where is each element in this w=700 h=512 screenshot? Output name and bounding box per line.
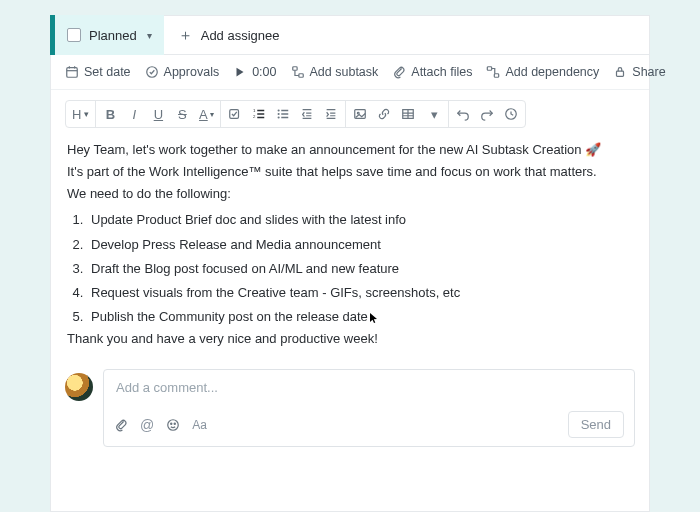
bold-button[interactable]: B [102, 105, 118, 123]
rich-text-toolbar: H▾ B I U S A▾ 12 [65, 100, 526, 128]
svg-rect-7 [298, 74, 302, 78]
share-label: Share [632, 65, 665, 79]
table-button[interactable] [400, 105, 416, 123]
comment-row: Add a comment... @ Aa Send [51, 361, 649, 463]
share-button[interactable]: Share [613, 65, 665, 79]
list-item: Develop Press Release and Media announce… [87, 233, 633, 257]
svg-rect-11 [230, 110, 239, 119]
svg-rect-9 [495, 74, 499, 78]
undo-button[interactable] [455, 105, 471, 123]
list-item: Request visuals from the Creative team -… [87, 281, 633, 305]
add-subtask-label: Add subtask [310, 65, 379, 79]
list-item: Publish the Community post on the releas… [87, 305, 633, 329]
desc-line-2: It's part of the Work Intelligence™ suit… [67, 162, 633, 182]
ordered-list-button[interactable]: 12 [251, 105, 267, 123]
text-color-button[interactable]: A▾ [198, 105, 214, 123]
svg-point-38 [168, 420, 179, 431]
add-dependency-label: Add dependency [505, 65, 599, 79]
task-list: Update Product Brief doc and slides with… [67, 208, 633, 329]
task-description[interactable]: Hey Team, let's work together to make an… [51, 134, 649, 361]
link-button[interactable] [376, 105, 392, 123]
svg-rect-6 [292, 67, 296, 71]
send-button[interactable]: Send [568, 411, 624, 438]
svg-rect-8 [488, 67, 492, 71]
list-item: Draft the Blog post focused on AI/ML and… [87, 257, 633, 281]
strikethrough-button[interactable]: S [174, 105, 190, 123]
check-circle-icon [145, 65, 159, 79]
attach-files-button[interactable]: Attach files [392, 65, 472, 79]
list-intro: We need to do the following: [67, 184, 633, 204]
add-dependency-button[interactable]: Add dependency [486, 65, 599, 79]
timer-button[interactable]: 0:00 [233, 65, 276, 79]
header-row: Planned ▾ ＋ Add assignee [50, 15, 650, 55]
indent-button[interactable] [323, 105, 339, 123]
svg-text:2: 2 [253, 114, 256, 119]
format-icon[interactable]: Aa [192, 418, 207, 432]
cursor-icon [369, 310, 379, 330]
heading-dropdown[interactable]: H▾ [72, 105, 89, 123]
avatar[interactable] [65, 373, 93, 401]
redo-button[interactable] [479, 105, 495, 123]
svg-rect-0 [67, 68, 78, 78]
svg-marker-5 [237, 68, 244, 77]
underline-button[interactable]: U [150, 105, 166, 123]
status-label: Planned [89, 28, 137, 43]
set-date-label: Set date [84, 65, 131, 79]
add-subtask-button[interactable]: Add subtask [291, 65, 379, 79]
insert-more-dropdown[interactable]: ▾ [426, 105, 442, 123]
comment-box: Add a comment... @ Aa Send [103, 369, 635, 447]
approvals-label: Approvals [164, 65, 220, 79]
main-panel: Set date Approvals 0:00 Add subtask [50, 55, 650, 512]
paperclip-icon [392, 65, 406, 79]
history-button[interactable] [503, 105, 519, 123]
toolbar-wrap: H▾ B I U S A▾ 12 [51, 90, 649, 134]
add-assignee-label: Add assignee [201, 28, 280, 43]
chevron-down-icon: ▾ [147, 30, 152, 41]
svg-point-19 [278, 116, 280, 118]
set-date-button[interactable]: Set date [65, 65, 131, 79]
attach-files-label: Attach files [411, 65, 472, 79]
attach-icon[interactable] [114, 418, 128, 432]
approvals-button[interactable]: Approvals [145, 65, 220, 79]
closing-line: Thank you and have a very nice and produ… [67, 329, 633, 349]
complete-checkbox[interactable] [67, 28, 81, 42]
dependency-icon [486, 65, 500, 79]
svg-point-18 [278, 113, 280, 115]
svg-point-4 [146, 67, 157, 78]
emoji-icon[interactable] [166, 418, 180, 432]
status-dropdown[interactable]: Planned ▾ [55, 15, 164, 55]
task-panel: Planned ▾ ＋ Add assignee Set date Approv… [50, 15, 650, 512]
meta-row: Set date Approvals 0:00 Add subtask [51, 55, 649, 90]
italic-button[interactable]: I [126, 105, 142, 123]
plus-icon: ＋ [178, 26, 193, 45]
svg-point-40 [174, 423, 175, 424]
play-icon [233, 65, 247, 79]
svg-point-39 [171, 423, 172, 424]
mention-icon[interactable]: @ [140, 417, 154, 433]
outdent-button[interactable] [299, 105, 315, 123]
comment-input[interactable]: Add a comment... [104, 370, 634, 405]
desc-line-1: Hey Team, let's work together to make an… [67, 140, 633, 160]
bullet-list-button[interactable] [275, 105, 291, 123]
svg-text:1: 1 [253, 108, 256, 113]
subtask-icon [291, 65, 305, 79]
image-button[interactable] [352, 105, 368, 123]
lock-icon [613, 65, 627, 79]
checklist-button[interactable] [227, 105, 243, 123]
svg-rect-10 [617, 71, 624, 76]
timer-label: 0:00 [252, 65, 276, 79]
comment-actions: @ Aa Send [104, 405, 634, 446]
list-item: Update Product Brief doc and slides with… [87, 208, 633, 232]
svg-point-17 [278, 109, 280, 111]
calendar-icon [65, 65, 79, 79]
svg-point-32 [358, 112, 360, 114]
add-assignee-button[interactable]: ＋ Add assignee [164, 15, 650, 55]
